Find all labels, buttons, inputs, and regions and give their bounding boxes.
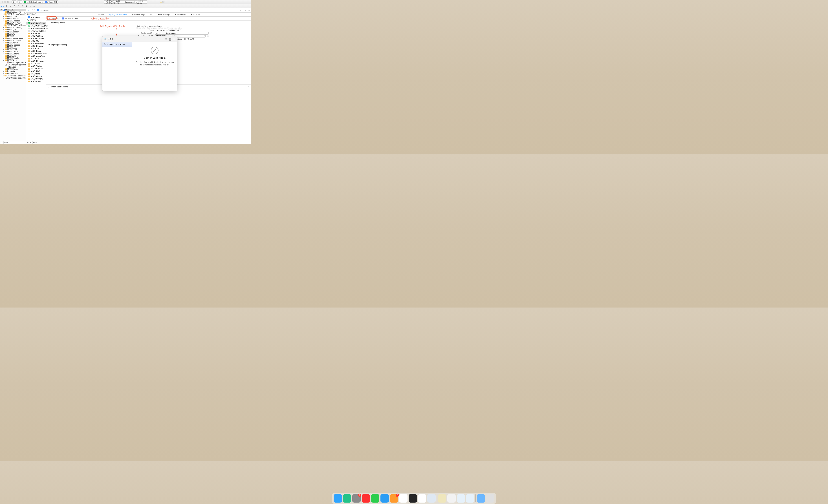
navigator-item[interactable]: ▶MSDKGarena: [0, 53, 26, 55]
target-row[interactable]: MSDKQQ: [26, 40, 46, 42]
navigator-item[interactable]: ▶MSDKTDM: [0, 48, 26, 50]
target-row[interactable]: MSDKGameCenter: [26, 52, 46, 55]
target-row[interactable]: MSDKCore: [26, 32, 46, 35]
disclosure-icon[interactable]: ▶: [3, 27, 4, 28]
find-navigator-icon[interactable]: Q: [13, 5, 16, 8]
config-debug[interactable]: Debug: [68, 17, 73, 19]
disclosure-icon[interactable]: ▶: [3, 15, 4, 17]
navigator-item[interactable]: ▶Frameworks: [0, 72, 26, 75]
add-item-icon[interactable]: ＋: [1, 141, 3, 144]
capability-search-input[interactable]: [108, 38, 164, 40]
run-button[interactable]: ▶: [11, 0, 16, 4]
project-navigator-icon[interactable]: ▸◂: [1, 5, 4, 8]
navigator-item[interactable]: ▶MSDKWeChat: [0, 17, 26, 19]
stop-button[interactable]: ■: [17, 0, 22, 4]
target-row[interactable]: MSDKBugly: [26, 50, 46, 52]
disclosure-icon[interactable]: ▶: [3, 57, 4, 59]
config-all[interactable]: AAll: [62, 17, 67, 19]
navigator-item[interactable]: ▶MSDKWebView: [0, 22, 26, 24]
target-row[interactable]: MSDKFacebook: [26, 37, 46, 40]
config-release[interactable]: Rel...: [75, 17, 79, 19]
scheme-selector[interactable]: MSDKDevDemo 〉 iPhone XR: [23, 0, 58, 4]
target-row[interactable]: MSDKSystem: [26, 78, 46, 80]
remove-capability-icon[interactable]: ×: [248, 86, 249, 88]
signing-debug-header[interactable]: ▼ Signing (Debug): [46, 20, 251, 24]
disclosure-icon[interactable]: ▶: [3, 68, 4, 70]
disclosure-icon[interactable]: ▶: [3, 24, 4, 26]
jumpbar-path[interactable]: MSDKDev: [40, 9, 48, 11]
tab-resource-tags[interactable]: Resource Tags: [130, 13, 147, 16]
target-row[interactable]: MSDKFirebase: [26, 60, 46, 62]
navigator-item[interactable]: ▶MSDKDevDemoM: [0, 11, 26, 13]
navigator-item[interactable]: ▶MSDKLBS: [0, 46, 26, 48]
navigator-item[interactable]: ▶MSDKAdjust: [0, 42, 26, 44]
report-navigator-icon[interactable]: ☷: [33, 5, 36, 8]
disclosure-icon[interactable]: ▶: [3, 42, 4, 44]
tab-build-settings[interactable]: Build Settings: [156, 13, 172, 16]
related-items-icon[interactable]: ▥: [27, 9, 30, 12]
navigator-item[interactable]: ▶MSDKXG: [0, 33, 26, 35]
navigator-item[interactable]: Info.plist: [0, 66, 26, 68]
disclosure-icon[interactable]: ▶: [3, 22, 4, 24]
add-capability-button[interactable]: ＋ Capability: [47, 17, 60, 20]
target-row[interactable]: MSDKAppsFlyer: [26, 55, 46, 57]
symbol-navigator-icon[interactable]: ☰: [9, 5, 12, 8]
target-row[interactable]: MSDKLBS: [26, 70, 46, 73]
disclosure-icon[interactable]: ▶: [3, 20, 4, 22]
disclosure-icon[interactable]: ▶: [3, 75, 4, 77]
navigator-item[interactable]: ▶MSDKAppSetting: [0, 26, 26, 29]
disclosure-icon[interactable]: ▶: [3, 70, 4, 72]
jumpbar-nav-right-icon[interactable]: 〉: [245, 9, 247, 11]
target-row[interactable]: MSDKApple: [26, 80, 46, 83]
navigator-item[interactable]: hMSDKLoginApple.h: [0, 61, 26, 64]
source-control-navigator-icon[interactable]: ⧉: [5, 5, 8, 8]
disclosure-icon[interactable]: ▶: [3, 73, 4, 75]
tab-build-phases[interactable]: Build Phases: [172, 13, 188, 16]
team-value[interactable]: Unknown Name (JB54AWYMFX): [155, 29, 181, 31]
tab-signing-capabilities[interactable]: Signing & Capabilities: [106, 13, 130, 16]
editor-options-icon[interactable]: ▭: [248, 9, 250, 11]
disclosure-icon[interactable]: ▶: [3, 46, 4, 48]
navigator-item[interactable]: ▶MSDKGarenaDemoM: [0, 13, 26, 15]
list-view-icon[interactable]: ☰: [173, 38, 176, 40]
tab-build-rules[interactable]: Build Rules: [188, 13, 203, 16]
target-row[interactable]: MSDKTDM: [26, 62, 46, 65]
target-row[interactable]: MSDKTwitter: [26, 65, 46, 68]
disclosure-icon[interactable]: ▶: [3, 33, 4, 35]
clear-search-icon[interactable]: ⊖: [165, 38, 168, 40]
breakpoint-navigator-icon[interactable]: ⎋: [29, 5, 32, 8]
disclosure-icon[interactable]: ▶: [3, 51, 4, 52]
jumpbar-nav-left-icon[interactable]: 〈: [239, 9, 241, 11]
navigator-item[interactable]: ▶MSDKFacebook: [0, 19, 26, 22]
project-row[interactable]: MSDKDev: [26, 16, 46, 18]
disclosure-icon[interactable]: ▶: [3, 35, 4, 37]
disclosure-icon[interactable]: ▶: [3, 53, 4, 55]
navigator-item[interactable]: ▶MSDKGoogle: [0, 57, 26, 59]
navigator-item[interactable]: ▶MSDKAppsFlyer: [0, 39, 26, 42]
navigator-filter-input[interactable]: [3, 141, 28, 144]
disclosure-icon[interactable]: ▶: [3, 48, 4, 50]
navigator-item[interactable]: ▶Products: [0, 70, 26, 72]
target-row[interactable]: MSDKWebViewRes...: [26, 27, 46, 30]
target-row[interactable]: MSDKGarenaDemo: [26, 25, 46, 27]
disclosure-icon[interactable]: ▶: [3, 18, 4, 19]
disclosure-icon[interactable]: ▶: [3, 31, 4, 33]
target-row[interactable]: MSDKXG: [26, 47, 46, 50]
navigator-item[interactable]: ▶MSDKBeacon: [0, 31, 26, 33]
bundle-id-input[interactable]: [155, 32, 209, 35]
add-target-icon[interactable]: ＋: [27, 141, 29, 144]
navigator-item[interactable]: ▶MSDKSystem: [0, 68, 26, 70]
target-row[interactable]: MSDKDevDemo: [26, 22, 46, 25]
navigator-item[interactable]: ▶Recovered References: [0, 75, 26, 77]
zoom-window[interactable]: [7, 1, 9, 3]
disclosure-icon[interactable]: ▼: [3, 59, 4, 61]
issue-navigator-icon[interactable]: △: [17, 5, 20, 8]
disclosure-icon[interactable]: ▶: [3, 55, 4, 57]
target-row[interactable]: MSDKWebView: [26, 42, 46, 45]
forward-icon[interactable]: 〉: [34, 9, 36, 12]
test-navigator-icon[interactable]: ◇: [21, 5, 24, 8]
disclosure-icon[interactable]: ▶: [3, 40, 4, 41]
disclosure-icon[interactable]: ▶: [3, 13, 4, 15]
navigator-item[interactable]: ▶MSDKWebViewResource: [0, 24, 26, 26]
navigator-item[interactable]: ▶MSDKQQ: [0, 29, 26, 31]
